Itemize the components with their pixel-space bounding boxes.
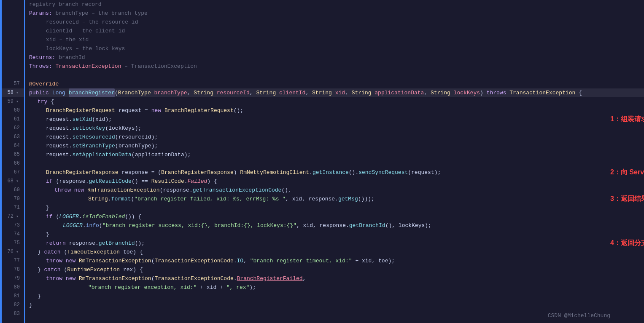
kw-new-77: new — [66, 256, 75, 265]
code-line-70: String . format ( "branch register faile… — [29, 195, 644, 203]
line-number-doc3 — [2, 18, 24, 27]
line-76: 76 ▾ — [2, 248, 24, 256]
var-lockkeys-62: lockKeys — [108, 124, 135, 133]
method-gettransexcode: getTransactionExceptionCode — [193, 186, 282, 195]
kw-throws: throws — [487, 88, 507, 97]
method-getresultcode: getResultCode — [89, 177, 131, 186]
param-appdata: applicationData — [375, 88, 424, 97]
line-57: 57 — [2, 80, 24, 88]
kw-catch-76: catch — [44, 248, 61, 256]
method-isinfoenabled: isInfoEnabled — [82, 212, 125, 221]
var-response-73: response — [320, 221, 346, 230]
var-branchtype-64: branchType — [119, 141, 151, 150]
doc-type-transactionexception: TransactionException — [55, 62, 121, 71]
line-66: 66 — [2, 159, 24, 168]
method-name: branchRegister — [69, 90, 115, 96]
var-response-75: response — [69, 239, 95, 248]
code-line-57: @Override — [29, 80, 644, 88]
line-81: 81 — [2, 292, 24, 301]
method-branchregister: branchRegister — [69, 88, 115, 97]
str-branch-success: "branch register success, xid:{}, branch… — [102, 221, 296, 230]
var-response-70: response — [309, 195, 335, 203]
var-toe: toe — [123, 248, 133, 256]
str-timeout: "branch register timeout, xid:" — [250, 256, 352, 265]
method-setappdata: setApplicationData — [72, 150, 131, 159]
line-60: 60 — [2, 106, 24, 115]
line-62: 62 — [2, 124, 24, 133]
line-number-doc1 — [2, 0, 24, 9]
method-setresourceid: setResourceId — [72, 133, 115, 141]
classname-string-70: String — [88, 195, 108, 203]
classname-rmtransexception-79: RmTransactionException — [79, 274, 151, 283]
csdn-watermark: CSDN @MichelleChung — [548, 312, 610, 319]
line-67: 67 — [2, 168, 24, 177]
code-line-59: try { — [29, 97, 644, 106]
kw-if-72: if — [46, 212, 53, 221]
line-59: 59 ▾ — [2, 97, 24, 106]
doc-text-returns: branchId — [55, 53, 85, 62]
line-70: 70 — [2, 195, 24, 203]
var-logger-72: LOGGER — [59, 212, 79, 221]
code-line-66 — [29, 159, 644, 168]
fold-icon-68[interactable]: ▾ — [15, 179, 20, 184]
type-branchtype: BranchType — [118, 88, 151, 97]
doc-text-throws: – TransactionException — [121, 62, 197, 71]
fold-icon-58[interactable]: ▾ — [15, 91, 20, 96]
type-runtimeexception: RuntimeException — [67, 265, 120, 274]
method-info: info — [86, 221, 99, 230]
fold-icon-59[interactable]: ▾ — [15, 99, 20, 104]
line-63: 63 — [2, 133, 24, 141]
doc-text-lockkeys: lockKeys – the lock keys — [46, 44, 125, 53]
code-line-77: throw new RmTransactionException ( Trans… — [29, 256, 644, 265]
type-string4: String — [352, 88, 372, 97]
line-number-doc5 — [2, 35, 24, 44]
line-64: 64 — [2, 141, 24, 150]
method-setlockkey: setLockKey — [72, 124, 105, 133]
kw-if-68: if — [46, 177, 53, 186]
method-getbranchid-73: getBranchId — [349, 221, 385, 230]
fold-icon-72[interactable]: ▾ — [15, 214, 20, 219]
line-82: 82 — [2, 301, 24, 310]
code-content: registry branch record Params: branchTyp… — [25, 0, 644, 323]
code-area: 57 58 ▾ 59 ▾ 60 61 62 63 64 65 66 67 68 … — [0, 0, 644, 323]
type-string3: String — [312, 88, 332, 97]
var-lockkeys-73: lockKeys — [399, 221, 425, 230]
var-xid-61: xid — [95, 115, 105, 124]
var-request-64: request — [46, 141, 69, 150]
method-getmsg: getMsg — [338, 195, 358, 203]
var-rex: rex — [123, 265, 133, 274]
method-format-70: format — [111, 195, 131, 203]
type-long: Long — [52, 88, 65, 97]
method-getinstance: getInstance — [313, 168, 349, 177]
field-failed: Failed — [188, 177, 207, 186]
fold-icon-76[interactable]: ▾ — [15, 250, 20, 255]
cast-branchregisterresponse: BranchRegisterResponse — [161, 168, 234, 177]
classname-resultcode: ResultCode — [151, 177, 184, 186]
line-numbers: 57 58 ▾ 59 ▾ 60 61 62 63 64 65 66 67 68 … — [2, 0, 25, 323]
var-request-62: request — [46, 124, 69, 133]
code-line-78: } catch ( RuntimeException rex ) { — [29, 265, 644, 274]
code-line-71: } — [29, 203, 644, 212]
code-line-60: BranchRegisterRequest request = new Bran… — [29, 106, 644, 115]
var-xid-73: xid — [303, 221, 313, 230]
code-line-64: request . setBranchType ( branchType ); — [29, 141, 644, 150]
method-getbranchid-75: getBranchId — [99, 239, 135, 248]
str-exception: "branch register exception, xid:" — [88, 283, 197, 292]
line-80: 80 — [2, 283, 24, 292]
type-string2: String — [256, 88, 276, 97]
field-branchregisterfailed: BranchRegisterFailed — [237, 274, 303, 283]
code-line-67: BranchRegisterResponse response = ( Bran… — [29, 168, 644, 177]
var-xid-77: xid — [362, 256, 372, 265]
editor-container: 57 58 ▾ 59 ▾ 60 61 62 63 64 65 66 67 68 … — [0, 0, 644, 323]
type-timeoutexception: TimeoutException — [67, 248, 120, 256]
var-logger-73: LOGGER — [63, 221, 83, 230]
line-77: 77 — [2, 256, 24, 265]
code-line-61: request . setXid ( xid ); — [29, 115, 644, 124]
var-request-65: request — [46, 150, 69, 159]
type-string1: String — [194, 88, 213, 97]
kw-new-79: new — [66, 274, 75, 283]
kw-public: public — [29, 88, 49, 97]
code-line-doc1: registry branch record — [29, 0, 644, 9]
doc-keyword-throws: Throws: — [29, 62, 52, 71]
var-request-67: request — [411, 168, 434, 177]
